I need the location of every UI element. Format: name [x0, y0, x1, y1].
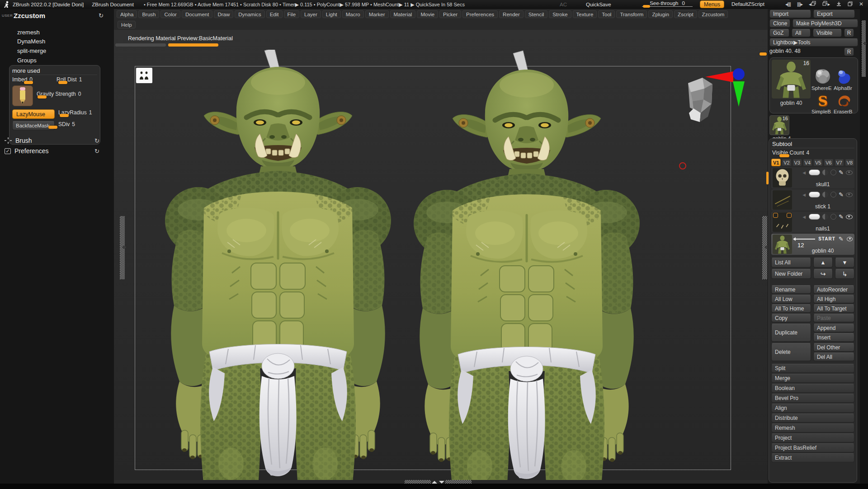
menu-edit[interactable]: Edit [266, 10, 283, 18]
recent-tool-thumbnail[interactable]: 16 [769, 115, 789, 135]
cascade-left-icon[interactable]: ◂ [809, 1, 816, 7]
list-all-button[interactable]: List All [771, 258, 811, 268]
tool-simpleb-thumbnail[interactable]: S [814, 92, 831, 109]
subtool-title[interactable]: Subtool [771, 141, 854, 148]
paste-button[interactable]: Paste [813, 314, 854, 322]
folder-mini-icon[interactable] [773, 213, 778, 218]
menu-macro[interactable]: Macro [342, 10, 364, 18]
menu-picker[interactable]: Picker [439, 10, 461, 18]
export-button[interactable]: Export [813, 10, 855, 18]
remesh-button[interactable]: Remesh [771, 423, 854, 433]
folder-mini-icon-2[interactable] [787, 213, 792, 218]
custom-item-dynamesh[interactable]: DynaMesh [17, 38, 45, 45]
all-high-button[interactable]: All High [813, 295, 854, 303]
eye-icon[interactable] [847, 237, 853, 241]
sculpt-brush-icon[interactable]: ✎ [839, 213, 844, 220]
clone-button[interactable]: Clone [769, 19, 790, 28]
current-brush-thumbnail[interactable] [12, 85, 33, 106]
project-button[interactable]: Project [771, 433, 854, 442]
menus-button[interactable]: Menus [700, 0, 724, 8]
visible-button[interactable]: Visible [813, 29, 842, 37]
sculpt-brush-icon[interactable]: ✎ [839, 235, 844, 242]
insert-button[interactable]: Insert [813, 333, 854, 342]
menu-material[interactable]: Material [390, 10, 416, 18]
subtool-row-nails1[interactable]: ◄ ✎ nails1 [771, 212, 854, 233]
menu-dynamics[interactable]: Dynamics [235, 10, 264, 18]
subtool-row-goblin40-selected[interactable]: START ✎ 12 goblin 40 [771, 234, 854, 255]
tab-v2[interactable]: V2 [782, 159, 791, 166]
tab-v6[interactable]: V6 [824, 159, 833, 166]
move-to-folder-button[interactable]: ↪ [813, 269, 833, 279]
brush-palette-row[interactable]: Brush ↻ [5, 137, 109, 144]
custom-item-groups[interactable]: Groups [17, 57, 37, 64]
new-folder-button[interactable]: New Folder [771, 269, 811, 279]
more-used-title[interactable]: more used [12, 67, 97, 75]
move-up-button[interactable]: ▲ [813, 258, 833, 268]
right-edge-divider-arrows[interactable] [861, 42, 868, 45]
menu-file[interactable]: File [284, 10, 300, 18]
delete-button[interactable]: Delete [771, 343, 811, 361]
polypaint-icon[interactable] [822, 192, 828, 197]
menu-document[interactable]: Document [182, 10, 212, 18]
menu-texture[interactable]: Texture [573, 10, 597, 18]
lazyradius-slider[interactable]: LazyRadius1 [58, 109, 97, 119]
sculpt-brush-icon[interactable]: ✎ [839, 191, 844, 198]
tab-v7[interactable]: V7 [835, 159, 844, 166]
tab-v8[interactable]: V8 [845, 159, 854, 166]
copy-button[interactable]: Copy [771, 314, 811, 322]
menu-zscript[interactable]: Zscript [674, 10, 697, 18]
project-basrelief-button[interactable]: Project BasRelief [771, 443, 854, 452]
quicksave-button[interactable]: QuickSave [586, 2, 611, 7]
duplicate-button[interactable]: Duplicate [771, 324, 811, 342]
viewport-canvas[interactable]: Rendering Material Preview:BasicMaterial [114, 30, 768, 480]
goz-button[interactable]: GoZ [769, 29, 789, 37]
visible-count-slider[interactable]: Visible Count 4 [771, 150, 854, 156]
tab-v5[interactable]: V5 [813, 159, 823, 166]
subtool-row-skull1[interactable]: ◄ ✎ skull1 [771, 167, 854, 188]
restore-icon[interactable] [848, 1, 853, 7]
cascade-right-icon[interactable]: ▸ [822, 1, 830, 7]
orientation-gizmo[interactable] [675, 66, 747, 125]
del-other-button[interactable]: Del Other [813, 343, 854, 352]
tool-alphabr-thumbnail[interactable] [835, 68, 852, 85]
right-edge-divider[interactable] [862, 20, 866, 77]
link-arrow-icon[interactable]: ◄ [802, 214, 807, 220]
merge-button[interactable]: Merge [771, 374, 854, 383]
roll-dist-slider[interactable]: Roll Dist1 [57, 76, 96, 83]
right-tray-divider-arrows[interactable] [762, 245, 768, 249]
extract-button[interactable]: Extract [771, 453, 854, 462]
goz-r-button[interactable]: R [844, 29, 854, 37]
tool-spheree-thumbnail[interactable] [814, 68, 831, 85]
menu-zzcustom[interactable]: Zzcustom [698, 10, 728, 18]
gravity-strength-slider[interactable]: Gravity Strength0 [37, 91, 97, 97]
active-tool-slider[interactable]: goblin 40. 48 [769, 48, 842, 54]
tab-v1[interactable]: V1 [771, 159, 781, 166]
move-down-button[interactable]: ▼ [835, 258, 854, 268]
sculpt-brush-icon[interactable]: ✎ [839, 169, 844, 176]
brush-refresh-icon[interactable]: ↻ [94, 137, 99, 144]
menu-transform[interactable]: Transform [616, 10, 647, 18]
menu-marker[interactable]: Marker [365, 10, 389, 18]
preferences-refresh-icon[interactable]: ↻ [94, 148, 99, 155]
imbed-slider[interactable]: Imbed0 [12, 76, 52, 83]
bevel-pro-button[interactable]: Bevel Pro [771, 394, 854, 403]
menu-draw[interactable]: Draw [214, 10, 233, 18]
menu-color[interactable]: Color [160, 10, 180, 18]
autoreorder-button[interactable]: AutoReorder [813, 285, 854, 294]
eye-icon[interactable] [846, 193, 853, 197]
menu-help[interactable]: Help [118, 21, 136, 28]
subtool-scroll-indicator[interactable] [766, 172, 769, 184]
tab-v4[interactable]: V4 [803, 159, 812, 166]
import-button[interactable]: Import [769, 10, 811, 18]
eye-icon[interactable] [846, 170, 853, 175]
palette-refresh-icon[interactable]: ↻ [99, 12, 104, 19]
menu-render[interactable]: Render [499, 10, 524, 18]
menu-preferences[interactable]: Preferences [462, 10, 498, 18]
menu-alpha[interactable]: Alpha [117, 10, 137, 18]
visibility-pill-icon[interactable] [809, 214, 820, 220]
boolean-button[interactable]: Boolean [771, 384, 854, 393]
minimize-icon[interactable] [836, 1, 841, 7]
all-low-button[interactable]: All Low [771, 295, 811, 303]
polypaint-icon[interactable] [822, 169, 828, 175]
scrub-right-icon[interactable]: ||||▸ [797, 1, 802, 7]
